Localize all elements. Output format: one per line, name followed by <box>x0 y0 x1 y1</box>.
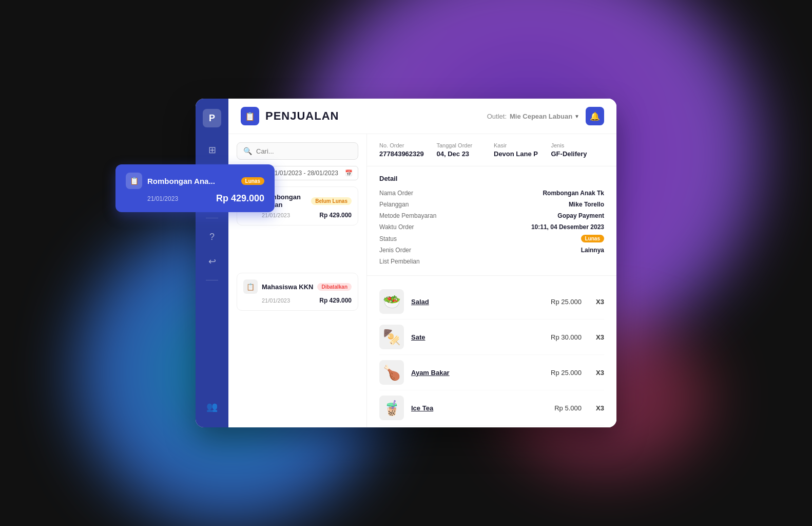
dashboard-icon: ⊞ <box>208 144 216 156</box>
detail-row-pelanggan: Pelanggan Mike Torello <box>379 199 604 210</box>
nama-order-label: Nama Order <box>379 190 413 197</box>
order-icon-3: 📋 <box>243 279 258 294</box>
waktu-label: Waktu Order <box>379 223 414 231</box>
detail-row-waktu: Waktu Order 10:11, 04 Desember 2023 <box>379 221 604 233</box>
pelanggan-label: Pelanggan <box>379 201 409 208</box>
item-row-sate: 🍢 Sate Rp 30.000 X3 <box>379 320 604 355</box>
order-date-3: 21/01/2023 <box>262 297 290 304</box>
detail-row-metode: Metode Pembayaran Gopay Payment <box>379 210 604 221</box>
tanggal-label: Tanggal Order <box>437 142 490 148</box>
calendar-icon: 📅 <box>345 170 353 177</box>
notification-button[interactable]: 🔔 <box>586 107 604 125</box>
outlet-dropdown[interactable]: Mie Cepean Labuan ▼ <box>510 112 579 120</box>
order-badge-3: Dibatalkan <box>317 283 352 291</box>
summary-no-order: No. Order 277843962329 <box>379 142 433 158</box>
summary-jenis: Jenis GF-Delifery <box>551 142 605 158</box>
item-img-salad: 🥗 <box>379 289 404 314</box>
summary-kasir: Kasir Devon Lane P <box>494 142 547 158</box>
pelanggan-value: Mike Torello <box>569 201 604 208</box>
outlet-selector: Outlet: Mie Cepean Labuan ▼ <box>487 112 579 120</box>
search-box[interactable]: 🔍 <box>237 142 358 160</box>
item-name-salad[interactable]: Salad <box>411 298 533 306</box>
metode-value: Gopay Payment <box>557 212 604 219</box>
sidebar-item-back[interactable]: ↩ <box>202 251 222 272</box>
order-badge-1: Belum Lunas <box>311 197 352 205</box>
sate-food-icon: 🍢 <box>383 329 401 346</box>
sidebar-item-help[interactable]: ? <box>202 227 222 247</box>
sidebar-item-dashboard[interactable]: ⊞ <box>202 140 222 160</box>
selected-order-card[interactable]: 📋 Rombongan Ana... Lunas 21/01/2023 Rp 4… <box>115 164 275 212</box>
selected-card-name: Rombongan Ana... <box>147 177 236 185</box>
right-panel: No. Order 277843962329 Tanggal Order 04,… <box>367 134 616 427</box>
sidebar-logo[interactable]: P <box>203 109 221 127</box>
selected-card-icon: 📋 <box>126 173 142 189</box>
ayam-food-icon: 🍗 <box>383 364 401 381</box>
periode-input[interactable]: 21/01/2023 - 28/01/2023 📅 <box>265 166 358 180</box>
selected-card-badge: Lunas <box>241 177 264 185</box>
page-icon: 📋 <box>245 111 255 121</box>
header-page-icon: 📋 <box>241 107 259 125</box>
item-price-sate: Rp 30.000 <box>540 333 582 341</box>
order-amount-1: Rp 429.000 <box>319 212 352 219</box>
waktu-value: 10:11, 04 Desember 2023 <box>531 223 604 231</box>
search-icon: 🔍 <box>243 147 252 155</box>
item-price-ayam: Rp 25.000 <box>540 369 582 377</box>
back-icon: ↩ <box>208 256 216 267</box>
items-section: 🥗 Salad Rp 25.000 X3 🍢 Sate Rp 30.000 X3 <box>367 276 616 427</box>
sidebar-divider-2 <box>206 280 218 280</box>
list-pembelian-label: List Pembelian <box>379 258 420 265</box>
detail-section: Detail Nama Order Rombongan Anak Tk Pela… <box>367 166 616 276</box>
users-icon: 👥 <box>206 401 218 412</box>
logo-text: P <box>209 113 215 124</box>
item-img-ayam: 🍗 <box>379 360 404 385</box>
order-amount-3: Rp 429.000 <box>319 297 352 304</box>
jenis-value: GF-Delifery <box>551 150 605 158</box>
detail-title: Detail <box>379 175 604 182</box>
order-summary: No. Order 277843962329 Tanggal Order 04,… <box>367 134 616 166</box>
no-order-value: 277843962329 <box>379 150 433 158</box>
item-name-sate[interactable]: Sate <box>411 333 533 341</box>
detail-row-jenis-order: Jenis Order Lainnya <box>379 245 604 256</box>
item-row-ice-tea: 🧋 Ice Tea Rp 5.000 X3 <box>379 390 604 426</box>
search-input[interactable] <box>256 147 352 155</box>
jenis-order-label: Jenis Order <box>379 247 411 254</box>
item-qty-sate: X3 <box>589 333 604 341</box>
header: 📋 PENJUALAN Outlet: Mie Cepean Labuan ▼ … <box>228 99 616 134</box>
selected-card-amount: Rp 429.000 <box>216 193 264 204</box>
summary-tanggal: Tanggal Order 04, Dec 23 <box>437 142 490 158</box>
sidebar-item-users[interactable]: 👥 <box>202 397 222 417</box>
item-qty-ice-tea: X3 <box>589 404 604 412</box>
item-qty-salad: X3 <box>589 298 604 306</box>
header-left: 📋 PENJUALAN <box>241 107 339 125</box>
item-name-ayam[interactable]: Ayam Bakar <box>411 369 533 377</box>
item-img-ice-tea: 🧋 <box>379 396 404 420</box>
detail-row-status: Status Lunas <box>379 233 604 245</box>
status-badge: Lunas <box>581 235 604 242</box>
detail-row-nama-order: Nama Order Rombongan Anak Tk <box>379 187 604 199</box>
order-date-1: 21/01/2023 <box>262 212 290 218</box>
item-price-ice-tea: Rp 5.000 <box>540 404 582 412</box>
page-title: PENJUALAN <box>265 109 339 123</box>
order-item-3[interactable]: 📋 Mahasiswa KKN Dibatalkan 21/01/2023 Rp… <box>237 273 358 311</box>
periode-value: 21/01/2023 - 28/01/2023 <box>271 170 338 177</box>
sidebar-divider-1 <box>206 218 218 218</box>
order-name-3: Mahasiswa KKN <box>262 283 313 291</box>
item-name-ice-tea[interactable]: Ice Tea <box>411 404 533 412</box>
status-label: Status <box>379 235 397 242</box>
salad-food-icon: 🥗 <box>383 293 401 310</box>
item-qty-ayam: X3 <box>589 369 604 377</box>
tanggal-value: 04, Dec 23 <box>437 150 490 158</box>
jenis-label: Jenis <box>551 142 605 148</box>
kasir-label: Kasir <box>494 142 547 148</box>
header-right: Outlet: Mie Cepean Labuan ▼ 🔔 <box>487 107 604 125</box>
ice-tea-food-icon: 🧋 <box>383 400 401 417</box>
nama-order-value: Rombongan Anak Tk <box>543 190 604 197</box>
kasir-value: Devon Lane P <box>494 150 547 158</box>
main-content: 📋 PENJUALAN Outlet: Mie Cepean Labuan ▼ … <box>228 99 616 427</box>
chevron-down-icon: ▼ <box>574 114 579 119</box>
no-order-label: No. Order <box>379 142 433 148</box>
metode-label: Metode Pembayaran <box>379 212 436 219</box>
outlet-name: Mie Cepean Labuan <box>510 112 572 120</box>
selected-card-date: 21/01/2023 <box>147 195 178 202</box>
notification-icon: 🔔 <box>590 111 600 121</box>
